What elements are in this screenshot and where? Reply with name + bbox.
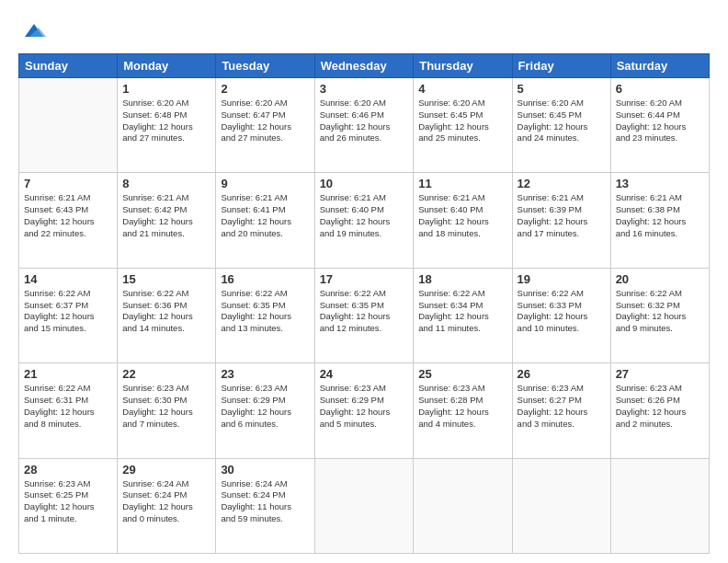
day-info: Sunrise: 6:23 AM Sunset: 6:29 PM Dayligh… — [320, 383, 409, 430]
week-row-1: 1Sunrise: 6:20 AM Sunset: 6:48 PM Daylig… — [19, 78, 710, 173]
calendar-cell: 28Sunrise: 6:23 AM Sunset: 6:25 PM Dayli… — [19, 458, 118, 553]
calendar-cell: 16Sunrise: 6:22 AM Sunset: 6:35 PM Dayli… — [216, 268, 314, 362]
day-number: 8 — [122, 177, 210, 190]
calendar-cell: 4Sunrise: 6:20 AM Sunset: 6:45 PM Daylig… — [414, 78, 512, 173]
day-number: 3 — [320, 82, 409, 96]
day-info: Sunrise: 6:23 AM Sunset: 6:26 PM Dayligh… — [616, 383, 704, 430]
calendar-cell: 6Sunrise: 6:20 AM Sunset: 6:44 PM Daylig… — [610, 78, 709, 173]
week-row-3: 14Sunrise: 6:22 AM Sunset: 6:37 PM Dayli… — [19, 268, 710, 362]
day-number: 5 — [518, 82, 606, 96]
day-number: 15 — [122, 272, 210, 286]
day-info: Sunrise: 6:22 AM Sunset: 6:31 PM Dayligh… — [24, 383, 112, 430]
weekday-header-saturday: Saturday — [610, 54, 709, 78]
day-number: 11 — [418, 177, 506, 190]
weekday-header-monday: Monday — [118, 54, 216, 78]
day-info: Sunrise: 6:22 AM Sunset: 6:35 PM Dayligh… — [221, 288, 309, 335]
day-number: 2 — [221, 82, 309, 96]
weekday-header-tuesday: Tuesday — [216, 54, 314, 78]
day-number: 23 — [221, 367, 309, 381]
day-number: 27 — [616, 367, 704, 381]
day-number: 16 — [221, 272, 309, 286]
day-info: Sunrise: 6:20 AM Sunset: 6:48 PM Dayligh… — [122, 98, 210, 144]
weekday-header-wednesday: Wednesday — [314, 54, 414, 78]
day-info: Sunrise: 6:21 AM Sunset: 6:43 PM Dayligh… — [24, 192, 112, 239]
day-number: 26 — [518, 367, 606, 381]
day-number: 17 — [320, 272, 409, 286]
day-info: Sunrise: 6:21 AM Sunset: 6:41 PM Dayligh… — [221, 192, 309, 239]
day-number: 12 — [518, 177, 606, 190]
day-info: Sunrise: 6:23 AM Sunset: 6:30 PM Dayligh… — [122, 383, 210, 430]
calendar-cell: 30Sunrise: 6:24 AM Sunset: 6:24 PM Dayli… — [216, 458, 314, 553]
day-info: Sunrise: 6:22 AM Sunset: 6:32 PM Dayligh… — [616, 288, 704, 335]
day-number: 19 — [518, 272, 606, 286]
calendar-cell: 27Sunrise: 6:23 AM Sunset: 6:26 PM Dayli… — [610, 363, 709, 458]
day-info: Sunrise: 6:20 AM Sunset: 6:46 PM Dayligh… — [320, 98, 409, 144]
calendar-cell: 18Sunrise: 6:22 AM Sunset: 6:34 PM Dayli… — [414, 268, 512, 362]
calendar-cell: 17Sunrise: 6:22 AM Sunset: 6:35 PM Dayli… — [314, 268, 414, 362]
calendar-cell: 22Sunrise: 6:23 AM Sunset: 6:30 PM Dayli… — [118, 363, 216, 458]
day-info: Sunrise: 6:22 AM Sunset: 6:34 PM Dayligh… — [418, 288, 506, 335]
calendar-cell: 2Sunrise: 6:20 AM Sunset: 6:47 PM Daylig… — [216, 78, 314, 173]
calendar-table: SundayMondayTuesdayWednesdayThursdayFrid… — [18, 53, 710, 554]
calendar-cell — [414, 458, 512, 553]
day-info: Sunrise: 6:24 AM Sunset: 6:24 PM Dayligh… — [122, 478, 210, 525]
day-info: Sunrise: 6:20 AM Sunset: 6:47 PM Dayligh… — [221, 98, 309, 144]
calendar-cell — [610, 458, 709, 553]
calendar-cell: 29Sunrise: 6:24 AM Sunset: 6:24 PM Dayli… — [118, 458, 216, 553]
day-number: 28 — [24, 463, 112, 477]
day-info: Sunrise: 6:23 AM Sunset: 6:28 PM Dayligh… — [418, 383, 506, 430]
calendar-cell: 7Sunrise: 6:21 AM Sunset: 6:43 PM Daylig… — [19, 173, 118, 268]
day-info: Sunrise: 6:20 AM Sunset: 6:45 PM Dayligh… — [418, 98, 506, 144]
calendar-cell: 15Sunrise: 6:22 AM Sunset: 6:36 PM Dayli… — [118, 268, 216, 362]
calendar-cell: 21Sunrise: 6:22 AM Sunset: 6:31 PM Dayli… — [19, 363, 118, 458]
calendar-cell: 20Sunrise: 6:22 AM Sunset: 6:32 PM Dayli… — [610, 268, 709, 362]
calendar-cell: 26Sunrise: 6:23 AM Sunset: 6:27 PM Dayli… — [512, 363, 610, 458]
day-number: 10 — [320, 177, 409, 190]
weekday-header-thursday: Thursday — [414, 54, 512, 78]
day-info: Sunrise: 6:22 AM Sunset: 6:35 PM Dayligh… — [320, 288, 409, 335]
day-info: Sunrise: 6:21 AM Sunset: 6:40 PM Dayligh… — [418, 192, 506, 239]
weekday-header-row: SundayMondayTuesdayWednesdayThursdayFrid… — [19, 54, 710, 78]
day-info: Sunrise: 6:23 AM Sunset: 6:25 PM Dayligh… — [24, 478, 112, 525]
day-info: Sunrise: 6:22 AM Sunset: 6:36 PM Dayligh… — [122, 288, 210, 335]
day-info: Sunrise: 6:21 AM Sunset: 6:38 PM Dayligh… — [616, 192, 704, 239]
calendar-cell: 23Sunrise: 6:23 AM Sunset: 6:29 PM Dayli… — [216, 363, 314, 458]
day-info: Sunrise: 6:20 AM Sunset: 6:45 PM Dayligh… — [518, 98, 606, 144]
calendar-cell: 25Sunrise: 6:23 AM Sunset: 6:28 PM Dayli… — [414, 363, 512, 458]
day-number: 6 — [616, 82, 704, 96]
day-info: Sunrise: 6:23 AM Sunset: 6:29 PM Dayligh… — [221, 383, 309, 430]
calendar-cell: 19Sunrise: 6:22 AM Sunset: 6:33 PM Dayli… — [512, 268, 610, 362]
calendar-cell — [314, 458, 414, 553]
day-number: 25 — [418, 367, 506, 381]
day-number: 29 — [122, 463, 210, 477]
day-number: 18 — [418, 272, 506, 286]
day-info: Sunrise: 6:23 AM Sunset: 6:27 PM Dayligh… — [518, 383, 606, 430]
day-number: 21 — [24, 367, 112, 381]
calendar-cell: 13Sunrise: 6:21 AM Sunset: 6:38 PM Dayli… — [610, 173, 709, 268]
day-number: 9 — [221, 177, 309, 190]
day-number: 4 — [418, 82, 506, 96]
day-info: Sunrise: 6:22 AM Sunset: 6:33 PM Dayligh… — [518, 288, 606, 335]
calendar-cell — [19, 78, 118, 173]
day-info: Sunrise: 6:21 AM Sunset: 6:40 PM Dayligh… — [320, 192, 409, 239]
calendar-cell: 9Sunrise: 6:21 AM Sunset: 6:41 PM Daylig… — [216, 173, 314, 268]
day-info: Sunrise: 6:21 AM Sunset: 6:42 PM Dayligh… — [122, 192, 210, 239]
calendar-cell: 10Sunrise: 6:21 AM Sunset: 6:40 PM Dayli… — [314, 173, 414, 268]
day-info: Sunrise: 6:22 AM Sunset: 6:37 PM Dayligh… — [24, 288, 112, 335]
calendar-cell: 5Sunrise: 6:20 AM Sunset: 6:45 PM Daylig… — [512, 78, 610, 173]
weekday-header-friday: Friday — [512, 54, 610, 78]
day-number: 30 — [221, 463, 309, 477]
calendar-cell: 3Sunrise: 6:20 AM Sunset: 6:46 PM Daylig… — [314, 78, 414, 173]
week-row-4: 21Sunrise: 6:22 AM Sunset: 6:31 PM Dayli… — [19, 363, 710, 458]
day-number: 22 — [122, 367, 210, 381]
calendar-cell: 12Sunrise: 6:21 AM Sunset: 6:39 PM Dayli… — [512, 173, 610, 268]
day-number: 20 — [616, 272, 704, 286]
calendar-cell — [512, 458, 610, 553]
day-number: 14 — [24, 272, 112, 286]
calendar-cell: 1Sunrise: 6:20 AM Sunset: 6:48 PM Daylig… — [118, 78, 216, 173]
weekday-header-sunday: Sunday — [19, 54, 118, 78]
header — [18, 17, 710, 44]
week-row-2: 7Sunrise: 6:21 AM Sunset: 6:43 PM Daylig… — [19, 173, 710, 268]
day-info: Sunrise: 6:21 AM Sunset: 6:39 PM Dayligh… — [518, 192, 606, 239]
calendar-cell: 11Sunrise: 6:21 AM Sunset: 6:40 PM Dayli… — [414, 173, 512, 268]
